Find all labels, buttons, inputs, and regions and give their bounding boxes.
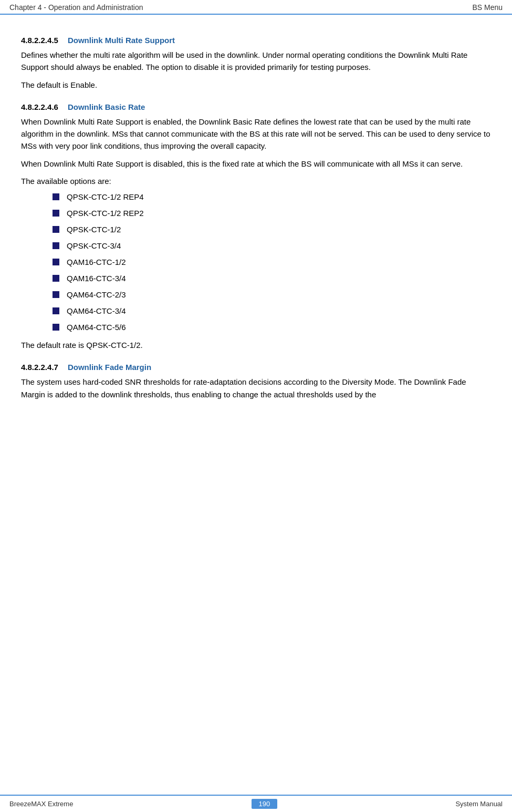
list-item: QAM16-CTC-1/2: [53, 258, 491, 266]
section-number-4827: 4.8.2.2.4.7: [21, 363, 58, 372]
header-bar: Chapter 4 - Operation and Administration…: [0, 0, 512, 15]
list-item: QAM64-CTC-2/3: [53, 290, 491, 299]
bullet-icon: [53, 324, 59, 331]
list-item-label: QAM64-CTC-3/4: [67, 306, 126, 315]
bullet-icon: [53, 210, 59, 217]
list-item-label: QAM64-CTC-2/3: [67, 290, 126, 299]
list-item-label: QPSK-CTC-1/2: [67, 225, 121, 234]
list-item: QAM64-CTC-3/4: [53, 306, 491, 315]
bullet-icon: [53, 291, 59, 298]
list-item: QPSK-CTC-1/2 REP4: [53, 192, 491, 201]
section-4825-para-1: Defines whether the multi rate algorithm…: [21, 49, 491, 74]
section-4826-para-2: When Downlink Multi Rate Support is disa…: [21, 158, 491, 170]
bullet-icon: [53, 307, 59, 314]
section-title-4826: Downlink Basic Rate: [68, 102, 145, 111]
bullet-icon: [53, 275, 59, 282]
footer-left: BreezeMAX Extreme: [9, 800, 73, 808]
list-item-label: QPSK-CTC-3/4: [67, 241, 121, 250]
list-item: QPSK-CTC-3/4: [53, 241, 491, 250]
footer-page-number: 190: [252, 799, 278, 809]
list-item-label: QPSK-CTC-1/2 REP2: [67, 209, 144, 218]
section-heading-4827: 4.8.2.2.4.7 Downlink Fade Margin: [21, 363, 491, 372]
list-item-label: QAM16-CTC-3/4: [67, 274, 126, 283]
main-content: 4.8.2.2.4.5 Downlink Multi Rate Support …: [0, 15, 512, 437]
footer-bar: BreezeMAX Extreme 190 System Manual: [0, 795, 512, 812]
section-4826-para-3: The available options are:: [21, 175, 491, 187]
section-heading-4825: 4.8.2.2.4.5 Downlink Multi Rate Support: [21, 36, 491, 45]
bullet-list-4826: QPSK-CTC-1/2 REP4 QPSK-CTC-1/2 REP2 QPSK…: [53, 192, 491, 332]
bullet-icon: [53, 193, 59, 200]
list-item-label: QPSK-CTC-1/2 REP4: [67, 192, 144, 201]
section-heading-4826: 4.8.2.2.4.6 Downlink Basic Rate: [21, 102, 491, 111]
bullet-icon: [53, 242, 59, 249]
header-left: Chapter 4 - Operation and Administration: [9, 3, 143, 12]
section-4825-para-2: The default is Enable.: [21, 79, 491, 91]
section-number-4825: 4.8.2.2.4.5: [21, 36, 58, 45]
bullet-icon: [53, 259, 59, 265]
list-item: QAM16-CTC-3/4: [53, 274, 491, 283]
section-number-4826: 4.8.2.2.4.6: [21, 102, 58, 111]
footer-right: System Manual: [455, 800, 503, 808]
section-title-4827: Downlink Fade Margin: [68, 363, 151, 372]
list-item-label: QAM64-CTC-5/6: [67, 323, 126, 332]
section-title-4825: Downlink Multi Rate Support: [68, 36, 175, 45]
header-right: BS Menu: [472, 3, 503, 12]
bullet-icon: [53, 226, 59, 233]
list-item: QAM64-CTC-5/6: [53, 323, 491, 332]
section-4827-para-1: The system uses hard-coded SNR threshold…: [21, 376, 491, 400]
section-4826-default-note: The default rate is QPSK-CTC-1/2.: [21, 339, 491, 351]
section-4826-para-1: When Downlink Multi Rate Support is enab…: [21, 116, 491, 152]
list-item-label: QAM16-CTC-1/2: [67, 258, 126, 266]
list-item: QPSK-CTC-1/2 REP2: [53, 209, 491, 218]
list-item: QPSK-CTC-1/2: [53, 225, 491, 234]
